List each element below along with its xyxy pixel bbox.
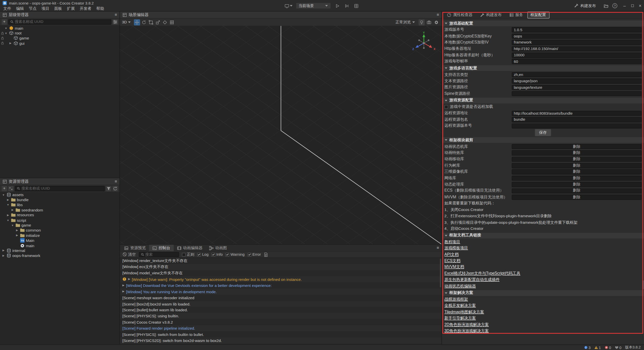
console-tab-asset-preview[interactable]: 资源预览 — [121, 245, 149, 251]
refresh-assets-button[interactable] — [112, 186, 118, 191]
section-header-doc-links[interactable]: 框架文档工具链接 — [442, 233, 644, 238]
asset-oops-framework[interactable]: ▶oops-framework — [0, 253, 119, 258]
remote-load-checkbox[interactable]: 游戏中资源是否远程加载 — [442, 104, 644, 110]
tree-expand-arrow[interactable]: ▶ — [2, 249, 6, 252]
log-expand-arrow[interactable]: ▶ — [128, 278, 130, 281]
tree-expand-arrow[interactable]: ▼ — [2, 193, 6, 196]
camera-3d-delete-button[interactable]: 删除 — [512, 169, 641, 174]
hierarchy-menu-icon[interactable]: ≡ — [115, 13, 117, 17]
tree-expand-arrow[interactable]: ▼ — [6, 219, 10, 222]
log-row[interactable]: [Scene] Forward render pipeline initiali… — [120, 325, 441, 331]
section-header-solutions[interactable]: 框架解决方案 — [442, 290, 644, 296]
menu-panel[interactable]: 面板 — [52, 6, 65, 12]
inspector-tab-framework-config[interactable]: 框架配置 — [527, 12, 549, 18]
lock-icon[interactable] — [1, 31, 4, 35]
status-heart-count[interactable]: 0 — [615, 345, 621, 349]
tiledmap-solution-link[interactable]: Tiledmap地图解决方案 — [445, 310, 484, 315]
crypto-iv-input[interactable] — [512, 40, 641, 45]
tree-expand-arrow[interactable]: ▼ — [4, 32, 8, 34]
view-mode-dropdown[interactable]: 正常浏览 — [395, 19, 439, 25]
tree-expand-arrow[interactable]: ▶ — [2, 254, 6, 257]
layout-button[interactable] — [353, 3, 359, 9]
scene-menu-icon[interactable]: ≡ — [437, 13, 439, 17]
menu-help[interactable]: 帮助 — [94, 6, 107, 12]
remote-version-input[interactable] — [512, 123, 641, 128]
maximize-button[interactable] — [628, 0, 636, 12]
minimize-button[interactable]: – — [621, 0, 628, 12]
status-info-count[interactable]: 3 — [584, 345, 590, 349]
console-search-input[interactable] — [145, 252, 177, 256]
lock-icon[interactable] — [1, 41, 4, 45]
tree-expand-arrow[interactable]: ▶ — [15, 234, 19, 237]
clear-console-button[interactable]: 清空 — [123, 252, 136, 257]
menu-node[interactable]: 节点 — [26, 6, 39, 12]
asset-libs[interactable]: ▼libs — [0, 202, 119, 207]
hierarchy-search-input[interactable] — [15, 20, 109, 24]
play-button[interactable] — [334, 3, 340, 9]
anim-state-machine-delete-button[interactable]: 删除 — [512, 144, 641, 149]
http-timeout-input[interactable] — [512, 53, 641, 58]
behavior-tree-delete-button[interactable]: 删除 — [512, 163, 641, 168]
scale-tool-button[interactable] — [155, 19, 161, 25]
scene-viewport[interactable]: Y X Z — [120, 26, 441, 244]
preview-platform-button[interactable] — [285, 3, 293, 9]
http-server-input[interactable] — [512, 46, 641, 51]
tree-expand-arrow[interactable]: ▶ — [6, 198, 10, 201]
status-warning-count[interactable]: 1 — [594, 345, 601, 349]
asset-common[interactable]: ▶common — [0, 228, 119, 233]
inspector-tab-build-publish[interactable]: 构建发布 — [477, 12, 505, 18]
open-folder-button[interactable] — [602, 3, 609, 9]
filter-log-checkbox[interactable]: Log — [197, 252, 209, 256]
console-scrollbar[interactable] — [440, 259, 441, 287]
log-row[interactable]: [Scene] [PHYSICS2D]: switch from box2d-w… — [120, 337, 441, 343]
pivot-tool-button[interactable] — [162, 19, 168, 25]
console-tab-console[interactable]: 控制台 — [149, 245, 174, 251]
filter-error-checkbox[interactable]: Error — [248, 252, 261, 256]
menu-project[interactable]: 项目 — [39, 6, 52, 12]
animator-editor-link[interactable]: 动画状态机编辑器 — [445, 284, 476, 289]
guide-solution-link[interactable]: 新手引导解决方案 — [445, 316, 476, 321]
scene-settings-button[interactable] — [433, 19, 439, 25]
tree-expand-arrow[interactable]: ▼ — [11, 224, 14, 227]
lang-texture-path-input[interactable] — [512, 85, 641, 90]
snap-tool-button[interactable] — [169, 19, 175, 25]
asset-game[interactable]: ▼game — [0, 223, 119, 228]
log-row[interactable]: [Scene] [box2d]:box2d wasm lib loaded. — [120, 301, 441, 307]
console-tab-animation-editor[interactable]: 动画编辑器 — [174, 245, 206, 251]
mvvm-docs-link[interactable]: MVVM文档 — [445, 265, 464, 270]
log-row[interactable]: [Window] model_view文件夹不存在 — [120, 270, 441, 276]
asset-internal[interactable]: ▶internal — [0, 248, 119, 253]
status-error-count[interactable]: 0 — [605, 345, 611, 349]
close-button[interactable]: × — [636, 0, 644, 12]
tree-expand-arrow[interactable]: ▶ — [6, 213, 10, 217]
ecs-delete-button[interactable]: 删除 — [512, 188, 641, 193]
lock-icon[interactable] — [1, 36, 4, 40]
add-asset-button[interactable]: + — [2, 186, 7, 191]
hierarchy-node-root[interactable]: ▼root — [0, 30, 119, 35]
regex-checkbox[interactable]: 正则 — [182, 252, 194, 257]
excel-tool-link[interactable]: Excel格式转Json文件与TypeScript代码工具 — [445, 271, 520, 276]
api-docs-link[interactable]: API文档 — [445, 252, 459, 257]
log-row[interactable]: [Window] render_texture文件夹不存在 — [120, 258, 441, 264]
tree-expand-arrow[interactable]: ▶ — [9, 41, 12, 45]
save-button[interactable]: 保存 — [535, 129, 551, 136]
remote-bundle-name-input[interactable] — [512, 117, 641, 122]
filter-info-checkbox[interactable]: Info — [211, 252, 223, 256]
log-row[interactable]: [Scene] meshopt wasm decoder initialized — [120, 295, 441, 301]
log-expand-arrow[interactable]: ▶ — [123, 290, 125, 293]
asset-main-ts[interactable]: TSMain — [0, 238, 119, 243]
hierarchy-node-game[interactable]: game — [0, 36, 119, 41]
menu-extension[interactable]: 扩展 — [64, 6, 77, 12]
anim-effect-delete-button[interactable]: 删除 — [512, 150, 641, 155]
build-publish-button[interactable]: 构建发布 — [574, 3, 596, 8]
game-version-input[interactable] — [512, 27, 641, 32]
inspector-tab-property-inspector[interactable]: 属性检查器 — [444, 12, 476, 18]
tree-expand-arrow[interactable]: ▼ — [4, 27, 8, 29]
asset-bundle[interactable]: ▶bundle — [0, 197, 119, 202]
hierarchy-node-gui[interactable]: ▶gui — [0, 41, 119, 46]
tree-expand-arrow[interactable]: ▶ — [11, 208, 14, 211]
log-row[interactable]: ▶[Window] [Vue warn]: Property "onInput"… — [120, 276, 441, 282]
console-menu-icon[interactable]: ≡ — [437, 246, 439, 250]
log-expand-arrow[interactable]: ▶ — [123, 284, 125, 287]
asset-resources[interactable]: ▶resources — [0, 212, 119, 217]
